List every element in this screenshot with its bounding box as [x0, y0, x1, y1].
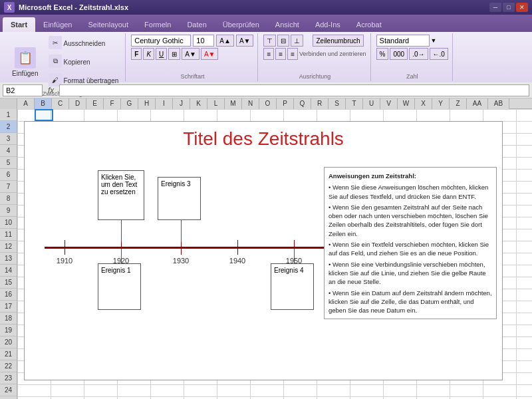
row-17[interactable]: 17: [0, 301, 17, 313]
row-10[interactable]: 10: [0, 217, 17, 229]
formula-input[interactable]: [59, 84, 529, 96]
col-L[interactable]: L: [207, 98, 225, 109]
col-O[interactable]: O: [259, 98, 277, 109]
paste-button[interactable]: 📋 Einfügen: [7, 43, 43, 81]
align-bottom-button[interactable]: ⊥: [291, 35, 303, 47]
event-4-box[interactable]: Ereignis 4: [271, 263, 314, 310]
col-E[interactable]: E: [86, 98, 104, 109]
col-H[interactable]: H: [138, 98, 156, 109]
font-color-button[interactable]: A▼: [201, 48, 219, 60]
align-top-button[interactable]: ⊤: [263, 35, 276, 47]
percent-button[interactable]: %: [376, 48, 389, 60]
event-3-box[interactable]: Ereignis 3: [158, 177, 201, 220]
row-3[interactable]: 3: [0, 133, 17, 145]
font-shrink-button[interactable]: A▼: [236, 35, 254, 47]
col-I[interactable]: I: [156, 98, 173, 109]
align-center-button[interactable]: ≡: [275, 48, 286, 60]
row-19[interactable]: 19: [0, 325, 17, 336]
col-S[interactable]: S: [329, 98, 346, 109]
instructions-panel[interactable]: Anweisungen zum Zeitstrahl: • Wenn Sie d…: [324, 167, 497, 319]
row-13[interactable]: 13: [0, 253, 17, 265]
col-F[interactable]: F: [104, 98, 121, 109]
decrease-decimal-button[interactable]: ←.0: [430, 48, 448, 60]
col-Y[interactable]: Y: [432, 98, 450, 109]
row-11[interactable]: 11: [0, 229, 17, 241]
row-6[interactable]: 6: [0, 169, 17, 181]
col-T[interactable]: T: [346, 98, 363, 109]
event-1-box[interactable]: Ereignis 1: [98, 263, 141, 310]
copy-button[interactable]: ⧉ Kopieren: [46, 53, 121, 70]
tab-einfuegen[interactable]: Einfügen: [35, 17, 80, 32]
row-14[interactable]: 14: [0, 265, 17, 277]
fill-color-button[interactable]: A▼: [182, 48, 200, 60]
col-C[interactable]: C: [52, 98, 69, 109]
col-N[interactable]: N: [242, 98, 259, 109]
col-W[interactable]: W: [398, 98, 415, 109]
col-R[interactable]: R: [311, 98, 329, 109]
thousand-sep-button[interactable]: 000: [390, 48, 408, 60]
col-K[interactable]: K: [190, 98, 207, 109]
row-22[interactable]: 22: [0, 360, 17, 372]
row-5[interactable]: 5: [0, 157, 17, 169]
tab-seitenlayout[interactable]: Seitenlayout: [80, 17, 137, 32]
row-4[interactable]: 4: [0, 145, 17, 157]
tab-start[interactable]: Start: [3, 17, 35, 32]
col-U[interactable]: U: [363, 98, 380, 109]
align-middle-button[interactable]: ⊟: [277, 35, 289, 47]
align-left-button[interactable]: ≡: [263, 48, 274, 60]
maximize-button[interactable]: □: [503, 3, 515, 12]
bold-button[interactable]: F: [131, 48, 142, 60]
col-Z[interactable]: Z: [450, 98, 467, 109]
row-12[interactable]: 12: [0, 241, 17, 253]
row-20[interactable]: 20: [0, 336, 17, 348]
col-Q[interactable]: Q: [294, 98, 311, 109]
row-18[interactable]: 18: [0, 313, 17, 325]
col-AB[interactable]: AB: [488, 98, 509, 109]
close-button[interactable]: ✕: [516, 3, 528, 12]
underline-button[interactable]: U: [156, 48, 167, 60]
font-grow-button[interactable]: A▲: [216, 35, 234, 47]
row-16[interactable]: 16: [0, 289, 17, 301]
col-D[interactable]: D: [69, 98, 86, 109]
border-button[interactable]: ⊞: [168, 48, 180, 60]
row-8[interactable]: 8: [0, 193, 17, 205]
col-J[interactable]: J: [173, 98, 190, 109]
row-2[interactable]: 2: [0, 121, 17, 133]
col-V[interactable]: V: [380, 98, 398, 109]
row-21[interactable]: 21: [0, 348, 17, 360]
row-9[interactable]: 9: [0, 205, 17, 217]
col-G[interactable]: G: [121, 98, 138, 109]
italic-button[interactable]: K: [143, 48, 154, 60]
tab-formeln[interactable]: Formeln: [136, 17, 179, 32]
tab-ansicht[interactable]: Ansicht: [267, 17, 307, 32]
tab-daten[interactable]: Daten: [179, 17, 214, 32]
font-name-input[interactable]: [131, 35, 191, 47]
timeline-container[interactable]: Titel des Zeitstrahls 1910 1920 1930: [24, 121, 503, 380]
row-25[interactable]: 25: [0, 396, 17, 399]
event-click-replace[interactable]: Klicken Sie,um den Textzu ersetzen: [98, 170, 144, 220]
col-X[interactable]: X: [415, 98, 432, 109]
row-24[interactable]: 24: [0, 384, 17, 396]
font-size-input[interactable]: [193, 35, 214, 47]
number-format-input[interactable]: [376, 35, 430, 47]
cut-button[interactable]: ✂ Ausschneiden: [46, 35, 121, 52]
tab-acrobat[interactable]: Acrobat: [348, 17, 390, 32]
copy-icon: ⧉: [49, 55, 62, 68]
row-1[interactable]: 1: [0, 109, 17, 121]
col-A[interactable]: A: [17, 98, 35, 109]
col-M[interactable]: M: [225, 98, 242, 109]
col-B[interactable]: B: [35, 98, 52, 109]
minimize-button[interactable]: ─: [489, 3, 501, 12]
cell-reference-box[interactable]: B2: [3, 84, 43, 96]
row-15[interactable]: 15: [0, 277, 17, 289]
row-23[interactable]: 23: [0, 372, 17, 384]
wrap-text-button[interactable]: Zeilenumbruch: [313, 35, 363, 47]
row-7[interactable]: 7: [0, 181, 17, 193]
dropdown-icon[interactable]: ▼: [431, 37, 437, 44]
tab-addins[interactable]: Add-Ins: [307, 17, 348, 32]
align-right-button[interactable]: ≡: [287, 48, 298, 60]
col-AA[interactable]: AA: [467, 98, 488, 109]
increase-decimal-button[interactable]: .0→: [409, 48, 428, 60]
col-P[interactable]: P: [277, 98, 294, 109]
tab-ueberpruefen[interactable]: Überprüfen: [215, 17, 267, 32]
